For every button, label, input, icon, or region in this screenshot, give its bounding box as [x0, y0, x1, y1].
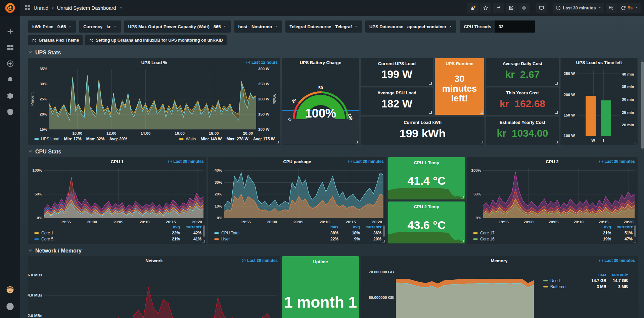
variable-host[interactable]: hostNostromo [234, 20, 282, 33]
panel-title[interactable]: UPS Runtime [435, 58, 484, 66]
page-scrollbar[interactable] [641, 61, 644, 149]
panel-title[interactable]: Current Load kWh [361, 117, 484, 125]
panel-title[interactable]: CPU 2Last 30 minutes [467, 157, 637, 166]
variable-value[interactable]: apcupsd-container [407, 24, 446, 29]
breadcrumb-root[interactable]: Unraid [34, 5, 48, 11]
panel-time-range[interactable]: Last 30 minutes [599, 256, 635, 265]
star-button[interactable] [480, 3, 491, 13]
chart-canvas[interactable] [483, 168, 635, 218]
panel-title[interactable]: CPU 2 Temp [388, 201, 465, 210]
chart-canvas[interactable] [44, 168, 203, 218]
variable-input[interactable]: 32 [495, 20, 535, 33]
sidebar-item-configuration[interactable] [3, 89, 17, 102]
add-panel-button[interactable] [467, 3, 478, 13]
panel-time-range[interactable]: Last 12 hours [246, 58, 278, 67]
legend-col-current[interactable]: current▾ [606, 272, 628, 277]
legend-series[interactable]: Core 1 [34, 231, 158, 235]
bar-t[interactable] [601, 100, 611, 136]
legend-col-avg[interactable]: avg [158, 225, 180, 229]
panel-title[interactable]: UPS Load vs Time left [561, 58, 637, 67]
panel-title[interactable]: This Years Cost [486, 88, 559, 96]
cycle-view-button[interactable] [536, 3, 547, 13]
legend-col-max[interactable]: max [317, 225, 338, 229]
panel-time-range[interactable]: Last 30 minutes [348, 157, 384, 166]
legend-series[interactable]: Buffered [543, 284, 585, 289]
panel-time-range[interactable]: Last 30 minutes [242, 256, 278, 265]
panel-title[interactable]: Average PSU Load [361, 88, 433, 96]
time-range-text: Last 30 minutes [353, 159, 384, 164]
section-cpu-stats[interactable]: CPU Stats [28, 149, 637, 155]
legend-series[interactable]: User [214, 237, 317, 241]
time-picker-button[interactable]: Last 30 minutes [553, 3, 604, 13]
legend-col-avg[interactable]: avg [338, 225, 360, 229]
legend-scrollbar[interactable] [634, 225, 636, 237]
legend-scrollbar[interactable] [203, 225, 205, 237]
section-network-memory[interactable]: Network / Memory [28, 248, 637, 254]
panel-title[interactable]: Current UPS Load [361, 58, 433, 66]
zoom-out-button[interactable] [606, 3, 617, 13]
variable-currency[interactable]: Currencykr [79, 20, 121, 33]
variable-value[interactable]: 0.65 [57, 24, 66, 29]
legend-col-current[interactable]: current▾ [180, 225, 201, 229]
chart-canvas[interactable] [396, 267, 534, 318]
sidebar-item-avatar[interactable] [3, 283, 17, 297]
legend-series[interactable]: Used [543, 278, 585, 283]
bar-w[interactable] [586, 96, 596, 136]
panel-title[interactable]: Estimated Yearly Cost [486, 117, 559, 125]
variable-value[interactable]: Telegraf [335, 24, 352, 29]
sidebar-item-help[interactable] [3, 300, 17, 313]
sidebar-item-dashboards[interactable] [3, 41, 17, 54]
panel-title[interactable]: NetworkLast 30 minutes [28, 256, 280, 265]
sidebar-nav [3, 25, 17, 283]
caret-down-icon[interactable] [119, 5, 123, 11]
toolbar: Last 30 minutes5s [466, 3, 641, 13]
panel-title[interactable]: Average Daily Cost [486, 58, 559, 66]
variable-kwh-price[interactable]: kWh Price0.65 [28, 20, 76, 33]
panel-time-range[interactable]: Last 30 minutes [599, 157, 635, 166]
panel-title[interactable]: CPU packageLast 30 minutes [208, 157, 386, 166]
variable-ups-datasource[interactable]: UPS Datasourceapcupsd-container [365, 20, 456, 33]
legend-col-current[interactable]: current▾ [360, 225, 381, 229]
dashboard-link[interactable]: Grafana Plex Theme [28, 35, 83, 45]
variable-value[interactable]: 865 [214, 24, 221, 29]
legend-col-max[interactable]: max [585, 272, 606, 277]
legend-col-current[interactable]: current▾ [611, 225, 633, 229]
chart-canvas[interactable] [49, 69, 256, 129]
panel-title[interactable]: CPU 1Last 30 minutes [28, 157, 206, 166]
legend-series[interactable]: Core 16 [473, 237, 590, 241]
chart-canvas[interactable] [44, 267, 277, 318]
sidebar-item-alerting[interactable] [3, 73, 17, 86]
legend-series[interactable]: WattsMin: 148 WMax: 278 WAvg: 175 W [179, 137, 275, 141]
panel-title[interactable]: UPS Battery Charge [282, 58, 359, 67]
refresh-button[interactable]: 5s [618, 3, 641, 13]
page-title[interactable]: Unraid System Dashboard [57, 5, 116, 11]
legend-series[interactable]: Core 17 [473, 231, 590, 235]
panel-title[interactable]: UPS Load %Last 12 hours [28, 58, 280, 67]
sidebar-item-shield[interactable] [3, 105, 17, 119]
variable-value[interactable]: Nostromo [251, 24, 272, 29]
share-button[interactable] [493, 3, 504, 13]
save-button[interactable] [506, 3, 517, 13]
legend-scrollbar[interactable] [383, 225, 385, 237]
legend-series[interactable]: UPS LoadMin: 17%Max: 32%Avg: 20% [34, 137, 127, 141]
apps-grid-icon[interactable] [25, 5, 31, 11]
variable-ups-max-output-power-capacity-watt-[interactable]: UPS Max Output Power Capacity (Watt)865 [124, 20, 231, 33]
variable-telegraf-datasource[interactable]: Telegraf DatasourceTelegraf [285, 20, 362, 33]
panel-title[interactable]: CPU 1 Temp [388, 157, 465, 165]
sidebar-item-plus[interactable] [3, 25, 17, 38]
sidebar-item-explore[interactable] [3, 57, 17, 70]
legend-series[interactable]: CPU Total [214, 231, 317, 235]
panel-title[interactable]: Uptime [282, 256, 359, 264]
legend-series[interactable]: Core 5 [34, 237, 158, 241]
settings-button[interactable] [518, 3, 530, 13]
grafana-logo[interactable] [0, 0, 20, 16]
dashboard-link[interactable]: Setting up Grafana and InfluxDB for UPS … [85, 35, 226, 45]
legend-value: 20% [360, 237, 381, 241]
variable-value[interactable]: kr [106, 24, 110, 29]
legend-col-avg[interactable]: avg [590, 225, 611, 229]
panel-title[interactable]: MemoryLast 30 minutes [361, 256, 637, 265]
chart-canvas[interactable] [224, 168, 383, 218]
variable-cpu-threads[interactable]: CPU Threads32 [460, 20, 535, 33]
panel-time-range[interactable]: Last 30 minutes [168, 157, 204, 166]
section-ups-stats[interactable]: UPS Stats [28, 50, 637, 56]
